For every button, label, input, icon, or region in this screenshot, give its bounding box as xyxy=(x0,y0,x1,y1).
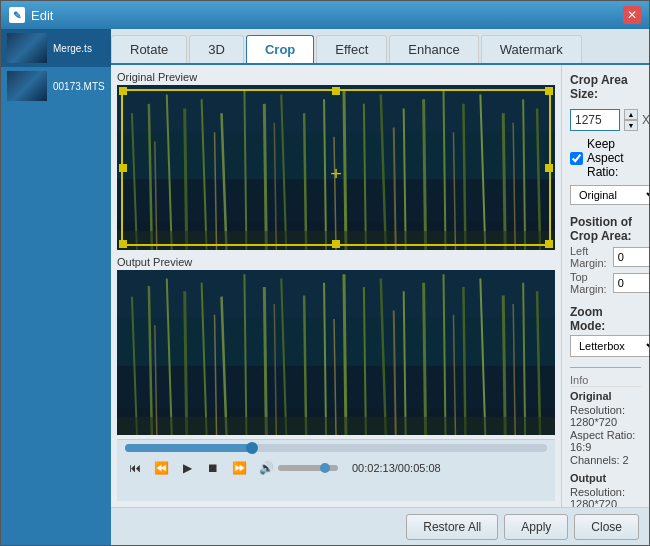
original-video-svg: + xyxy=(117,85,555,250)
original-resolution: Resolution: 1280*720 xyxy=(570,404,641,428)
svg-line-46 xyxy=(264,287,266,435)
output-resolution: Resolution: 1280*720 xyxy=(570,486,641,507)
svg-rect-38 xyxy=(117,270,555,318)
play-button[interactable]: ▶ xyxy=(177,458,197,478)
svg-line-15 xyxy=(344,90,346,250)
sidebar-label-0: Merge.ts xyxy=(53,43,92,54)
width-up-btn[interactable]: ▲ xyxy=(624,109,638,120)
aspect-ratio-select[interactable]: Original 16:9 4:3 1:1 xyxy=(570,185,649,205)
main-area: Rotate 3D Crop Effect Enhance Watermark … xyxy=(111,29,649,545)
left-margin-label: Left Margin: xyxy=(570,245,607,269)
output-info: Output Resolution: 1280*720 Left/Right E… xyxy=(570,472,641,507)
keep-aspect-row: Keep Aspect Ratio: xyxy=(570,137,641,179)
sidebar-label-1: 00173.MTS xyxy=(53,81,105,92)
tab-watermark[interactable]: Watermark xyxy=(481,35,582,63)
crop-width-input[interactable] xyxy=(570,109,620,131)
left-margin-row: Left Margin: ▲ ▼ xyxy=(570,245,641,269)
zoom-mode-select[interactable]: Letterbox Pan & Scan Full xyxy=(570,335,649,357)
playback-area: ⏮ ⏪ ▶ ⏹ ⏩ 🔊 00:02:13/00:05:08 xyxy=(117,439,555,501)
keep-aspect-label: Keep Aspect Ratio: xyxy=(587,137,641,179)
window-icon: ✎ xyxy=(9,7,25,23)
top-margin-label: Top Margin: xyxy=(570,271,607,295)
crop-area-size-label: Crop Area Size: xyxy=(570,73,641,101)
svg-line-7 xyxy=(185,109,187,250)
tab-3d[interactable]: 3D xyxy=(189,35,244,63)
step-back-button[interactable]: ⏪ xyxy=(151,458,171,478)
svg-line-54 xyxy=(424,283,426,435)
original-channels: Channels: 2 xyxy=(570,454,641,466)
output-video-frame xyxy=(117,270,555,435)
video-panels: Original Preview xyxy=(111,65,561,507)
width-down-btn[interactable]: ▼ xyxy=(624,120,638,131)
progress-bar[interactable] xyxy=(125,444,547,452)
zoom-section: Zoom Mode: Letterbox Pan & Scan Full xyxy=(570,305,641,357)
skip-back-button[interactable]: ⏮ xyxy=(125,458,145,478)
sidebar-item-0[interactable]: Merge.ts xyxy=(1,29,111,67)
content-area: Merge.ts 00173.MTS Rotate 3D Crop Effect… xyxy=(1,29,649,545)
tab-enhance[interactable]: Enhance xyxy=(389,35,478,63)
controls-row: ⏮ ⏪ ▶ ⏹ ⏩ 🔊 00:02:13/00:05:08 xyxy=(125,458,547,478)
bottom-bar: Restore All Apply Close xyxy=(111,507,649,545)
stop-button[interactable]: ⏹ xyxy=(203,458,223,478)
position-section: Position of Crop Area: Left Margin: ▲ ▼ … xyxy=(570,215,641,295)
zoom-label: Zoom Mode: xyxy=(570,305,641,333)
original-video-content: + xyxy=(117,85,555,250)
panels-row: Original Preview xyxy=(111,65,649,507)
svg-line-19 xyxy=(424,99,426,250)
sidebar-thumb-0 xyxy=(7,33,47,63)
volume-thumb xyxy=(320,463,330,473)
width-spinner: ▲ ▼ xyxy=(624,109,638,131)
left-margin-input[interactable] xyxy=(613,247,649,267)
svg-text:+: + xyxy=(330,162,342,183)
edit-window: ✎ Edit ✕ Merge.ts 00173.MTS Rota xyxy=(0,0,650,546)
restore-all-button[interactable]: Restore All xyxy=(406,514,498,540)
volume-slider[interactable] xyxy=(278,465,338,471)
svg-line-58 xyxy=(503,296,505,435)
output-info-header: Output xyxy=(570,472,641,484)
top-margin-row: Top Margin: ▲ ▼ xyxy=(570,271,641,295)
progress-filled xyxy=(125,444,252,452)
svg-line-42 xyxy=(185,291,187,435)
tab-effect[interactable]: Effect xyxy=(316,35,387,63)
info-box: Info Original Resolution: 1280*720 Aspec… xyxy=(570,367,641,507)
volume-control: 🔊 xyxy=(259,461,338,475)
close-button[interactable]: ✕ xyxy=(623,6,641,24)
svg-rect-3 xyxy=(117,85,555,132)
right-panel: Crop Area Size: ▲ ▼ X ▲ ▼ xyxy=(561,65,649,507)
original-info-header: Original xyxy=(570,390,641,402)
progress-thumb[interactable] xyxy=(246,442,258,454)
close-dialog-button[interactable]: Close xyxy=(574,514,639,540)
crop-size-row: ▲ ▼ X ▲ ▼ xyxy=(570,109,641,131)
info-label: Info xyxy=(570,374,641,387)
original-preview-label: Original Preview xyxy=(117,71,555,83)
tab-rotate[interactable]: Rotate xyxy=(111,35,187,63)
keep-aspect-checkbox[interactable] xyxy=(570,152,583,165)
time-display: 00:02:13/00:05:08 xyxy=(352,462,441,474)
svg-line-23 xyxy=(503,113,505,250)
tab-bar: Rotate 3D Crop Effect Enhance Watermark xyxy=(111,29,649,65)
window-title: Edit xyxy=(31,8,623,23)
sidebar-item-1[interactable]: 00173.MTS xyxy=(1,67,111,105)
output-preview-label: Output Preview xyxy=(117,256,555,268)
position-label: Position of Crop Area: xyxy=(570,215,641,243)
svg-line-11 xyxy=(264,104,266,250)
top-margin-input[interactable] xyxy=(613,273,649,293)
step-forward-button[interactable]: ⏩ xyxy=(229,458,249,478)
output-video-svg xyxy=(117,270,555,435)
output-video-content xyxy=(117,270,555,435)
apply-button[interactable]: Apply xyxy=(504,514,568,540)
tab-crop[interactable]: Crop xyxy=(246,35,314,63)
original-aspect: Aspect Ratio: 16:9 xyxy=(570,429,641,453)
original-video-frame: + xyxy=(117,85,555,250)
svg-line-50 xyxy=(344,274,346,435)
x-separator: X xyxy=(642,113,649,127)
sidebar-thumb-1 xyxy=(7,71,47,101)
title-bar: ✎ Edit ✕ xyxy=(1,1,649,29)
sidebar: Merge.ts 00173.MTS xyxy=(1,29,111,545)
volume-icon: 🔊 xyxy=(259,461,274,475)
